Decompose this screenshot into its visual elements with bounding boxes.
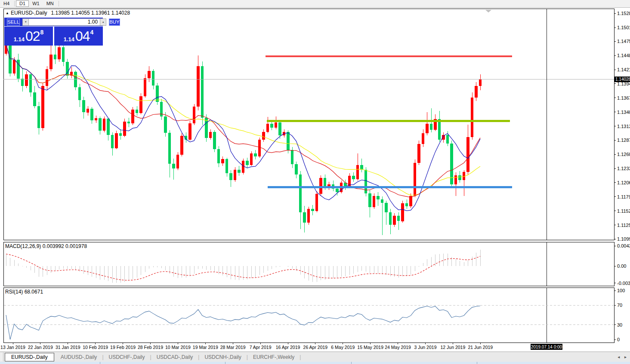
svg-text:1.12065: 1.12065: [617, 180, 630, 185]
tab-bar-grip: [0, 352, 3, 361]
svg-text:13 Jan 2019: 13 Jan 2019: [0, 345, 25, 350]
svg-text:1.11255: 1.11255: [617, 223, 630, 228]
macd-panel: 0.0043590.00-0.00371: [6, 243, 630, 285]
svg-text:19 Mar 2019: 19 Mar 2019: [193, 345, 218, 350]
tab-scroll-arrows: ◂ ▸: [614, 355, 627, 359]
resistance-line: [266, 55, 512, 57]
rsi-indicator-label: RSI(14) 68.0671: [5, 289, 43, 295]
buy-price-big: 04: [75, 28, 90, 45]
breakout-line: [267, 120, 510, 122]
volume-decrease-button[interactable]: ▾: [22, 18, 29, 26]
timeframe-toolbar: H4 D1 W1 MN: [0, 0, 630, 8]
svg-text:7 Apr 2019: 7 Apr 2019: [250, 345, 272, 350]
svg-text:0.00: 0.00: [617, 263, 626, 269]
trade-panel-controls: SELL ▾ ▴ BUY: [4, 18, 103, 26]
tab-separator: |: [150, 354, 151, 360]
svg-text:30: 30: [617, 322, 622, 327]
sell-price-display[interactable]: 1.14028: [4, 27, 53, 46]
svg-text:1.14480: 1.14480: [617, 53, 630, 58]
volume-increase-button[interactable]: ▴: [100, 18, 106, 26]
svg-text:70: 70: [617, 303, 622, 308]
buy-price-prefix: 1.14: [64, 36, 74, 43]
timeframe-h4-button[interactable]: H4: [0, 0, 13, 7]
symbol-triangle-icon: ▲: [6, 11, 9, 15]
svg-text:28 Feb 2019: 28 Feb 2019: [138, 345, 163, 350]
rsi-line: [6, 306, 480, 340]
tab-eurusd-daily[interactable]: EURUSD-,Daily: [5, 353, 54, 361]
svg-text:24 May 2019: 24 May 2019: [385, 345, 411, 350]
selected-date-tag: 2019.07.14 0:00: [531, 344, 562, 350]
chart-markers: [485, 10, 491, 12]
svg-text:1.14028: 1.14028: [615, 77, 630, 82]
chart-symbol-label: EURUSD-,Daily: [11, 10, 47, 16]
timeframe-w1-button[interactable]: W1: [29, 0, 43, 7]
scrollbar-tick: [100, 362, 100, 364]
scrollbar-tick: [477, 362, 477, 364]
svg-text:22 Jan 2019: 22 Jan 2019: [28, 345, 53, 350]
up-arrow-icon: ▴: [102, 20, 104, 23]
date-axis: 13 Jan 201922 Jan 201931 Jan 201910 Feb …: [0, 343, 493, 350]
chart-header: ▲EURUSD-,Daily1.13985 1.14055 1.13961 1.…: [6, 10, 130, 16]
svg-text:1.13135: 1.13135: [617, 124, 630, 129]
svg-text:1.11525: 1.11525: [617, 208, 630, 214]
svg-text:100: 100: [617, 288, 625, 293]
svg-text:28 Mar 2019: 28 Mar 2019: [220, 345, 246, 350]
scrollbar-tick: [351, 362, 352, 364]
toolbar-separator: [59, 1, 59, 6]
horizontal-level-lines: [266, 55, 512, 188]
tab-eurchf-weekly[interactable]: EURCHF-,Weekly: [248, 353, 299, 361]
scrollbar-tick: [225, 362, 225, 364]
svg-text:1.14210: 1.14210: [617, 67, 630, 72]
svg-text:6 May 2019: 6 May 2019: [331, 345, 355, 350]
timeframe-mn-button[interactable]: MN: [43, 0, 57, 7]
svg-text:31 Jan 2019: 31 Jan 2019: [56, 345, 80, 350]
svg-text:2019.07.14 0:00: 2019.07.14 0:00: [531, 345, 562, 349]
tab-usdcnh-daily[interactable]: USDCNH-,Daily: [200, 353, 246, 361]
svg-text:1.11795: 1.11795: [617, 194, 630, 199]
tab-scroll-right-icon[interactable]: ▸: [624, 355, 627, 359]
sell-price-pipette: 8: [40, 29, 44, 36]
tab-scroll-left-icon[interactable]: ◂: [618, 355, 620, 359]
sell-button[interactable]: SELL: [7, 18, 20, 26]
macd-indicator-label: MACD(12,26,9) 0.003992 0.001978: [5, 243, 87, 249]
svg-text:21 Jun 2019: 21 Jun 2019: [468, 345, 493, 350]
sell-price-prefix: 1.14: [14, 36, 25, 43]
svg-text:1.13405: 1.13405: [617, 110, 630, 115]
tab-usdcad-daily[interactable]: USDCAD-,Daily: [152, 353, 198, 361]
support-line: [268, 186, 512, 188]
svg-text:1.10990: 1.10990: [617, 236, 630, 242]
volume-stepper: ▾ ▴: [22, 18, 106, 26]
svg-text:10 Feb 2019: 10 Feb 2019: [83, 345, 108, 350]
tab-usdchf-daily[interactable]: USDCHF-,Daily: [104, 353, 150, 361]
svg-text:1.12330: 1.12330: [617, 166, 630, 171]
svg-text:10 Mar 2019: 10 Mar 2019: [165, 345, 191, 350]
candlestick-series: [5, 40, 482, 236]
svg-text:1.14750: 1.14750: [617, 39, 630, 44]
volume-input[interactable]: [29, 18, 100, 26]
svg-text:1.13675: 1.13675: [617, 95, 630, 101]
tab-separator: |: [198, 354, 199, 360]
tab-separator: |: [102, 354, 103, 360]
svg-text:1.15015: 1.15015: [617, 25, 630, 30]
one-click-trade-panel: SELL ▾ ▴ BUY 1.14028 1.14044: [4, 18, 103, 46]
rsi-panel: 10070300: [4, 288, 625, 342]
svg-text:1.12870: 1.12870: [617, 138, 630, 143]
tab-audusd-daily[interactable]: AUDUSD-,Daily: [56, 353, 102, 361]
current-price-tag: 1.14028: [614, 76, 630, 82]
buy-price-display[interactable]: 1.14044: [54, 27, 103, 46]
moving-averages: [6, 44, 480, 211]
timeframe-d1-button[interactable]: D1: [16, 0, 29, 7]
svg-text:0.004359: 0.004359: [617, 243, 630, 248]
chart-tab-bar: EURUSD-,Daily AUDUSD-,Daily | USDCHF-,Da…: [0, 352, 630, 362]
svg-text:16 Apr 2019: 16 Apr 2019: [276, 345, 300, 350]
buy-button[interactable]: BUY: [109, 18, 120, 26]
svg-text:-0.00371: -0.00371: [617, 281, 630, 286]
toolbar-separator: [14, 1, 15, 6]
scroll-to-end-marker-icon: [485, 10, 491, 12]
svg-text:3 Jun 2019: 3 Jun 2019: [414, 345, 437, 350]
horizontal-scrollbar[interactable]: [0, 362, 630, 364]
price-axis: 1.152851.150151.147501.144801.142101.139…: [614, 11, 630, 242]
svg-text:1.15285: 1.15285: [617, 11, 630, 16]
chart-ohlc-values: 1.13985 1.14055 1.13961 1.14028: [51, 10, 130, 16]
svg-text:19 Feb 2019: 19 Feb 2019: [110, 345, 136, 350]
